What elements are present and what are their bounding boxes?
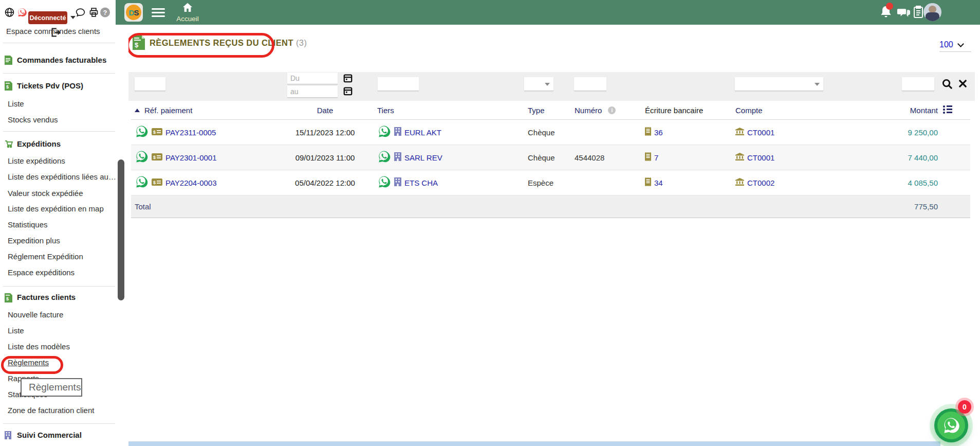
page-title: RÈGLEMENTS REÇUS DU CLIENT(3) bbox=[150, 38, 307, 48]
column-settings-icon[interactable] bbox=[943, 105, 952, 115]
print-icon[interactable] bbox=[88, 7, 99, 18]
filter-montant-input[interactable] bbox=[902, 77, 934, 91]
payment-amount: 4 085,50 bbox=[908, 179, 938, 187]
whatsapp-icon[interactable] bbox=[377, 150, 391, 165]
filter-bar bbox=[128, 72, 975, 101]
sidebar-item-espace-commandes[interactable]: Espace commandes clients bbox=[6, 29, 109, 35]
bank-account-icon bbox=[735, 128, 744, 137]
payment-ref-link[interactable]: PAY2204-0003 bbox=[165, 179, 217, 187]
payment-badge-icon: $ bbox=[152, 179, 162, 187]
sidebar-header-expeditions[interactable]: Expéditions bbox=[17, 139, 61, 148]
messages-icon[interactable] bbox=[896, 7, 910, 20]
invoice-doc-icon: $ bbox=[5, 293, 13, 302]
sidebar-item-expedition-plus[interactable]: Expedition plus bbox=[8, 236, 60, 245]
sidebar-header-commandes-facturables[interactable]: Commandes facturables bbox=[17, 56, 106, 64]
sidebar-header-factures-clients[interactable]: Factures clients bbox=[17, 293, 76, 301]
filter-tiers-input[interactable] bbox=[378, 77, 419, 91]
bank-account-link[interactable]: CT0001 bbox=[747, 153, 774, 162]
col-tiers[interactable]: Tiers bbox=[377, 106, 394, 115]
whatsapp-status-icon[interactable] bbox=[17, 7, 27, 17]
filter-date-from-input[interactable] bbox=[287, 73, 338, 84]
col-numero[interactable]: Numéro bbox=[575, 106, 602, 115]
sidebar-header-tickets-pdv[interactable]: Tickets Pdv (POS) bbox=[17, 81, 83, 90]
payment-ref-link[interactable]: PAY2301-0001 bbox=[165, 153, 217, 162]
sidebar-header-suivi-commercial[interactable]: Suivi Commercial bbox=[17, 431, 82, 439]
sidebar-item-liste-factures[interactable]: Liste bbox=[8, 326, 24, 335]
globe-icon[interactable] bbox=[4, 7, 15, 18]
calendar-from-icon[interactable] bbox=[343, 73, 353, 84]
filter-type-select[interactable] bbox=[524, 77, 553, 91]
top-left-toolbar: Déconnecté ? bbox=[0, 0, 116, 25]
top-navbar: DS Accueil bbox=[116, 0, 980, 25]
filter-numero-input[interactable] bbox=[574, 77, 606, 91]
payment-type: Chèque bbox=[528, 128, 555, 137]
sidebar-item-reglements[interactable]: Règlements bbox=[8, 358, 49, 367]
info-icon[interactable]: i bbox=[608, 106, 616, 114]
chevron-down-icon bbox=[957, 41, 964, 47]
user-avatar[interactable] bbox=[923, 3, 941, 21]
chat-bubble-icon[interactable] bbox=[75, 7, 86, 18]
bank-entry-link[interactable]: 34 bbox=[654, 179, 663, 187]
tiers-link[interactable]: ETS CHA bbox=[404, 179, 438, 187]
calendar-to-icon[interactable] bbox=[343, 86, 353, 97]
whatsapp-fab[interactable]: 0 bbox=[934, 408, 968, 442]
sidebar-item-liste-modeles[interactable]: Liste des modèles bbox=[8, 342, 70, 351]
col-montant[interactable]: Montant bbox=[910, 106, 938, 115]
page-size-select[interactable]: 100 bbox=[939, 40, 971, 52]
clear-filters-icon[interactable] bbox=[958, 79, 968, 90]
whatsapp-icon[interactable] bbox=[377, 124, 391, 140]
pos-ticket-icon: $ bbox=[5, 81, 13, 91]
horizontal-scrollbar[interactable] bbox=[128, 441, 940, 446]
clipboard-icon[interactable] bbox=[913, 6, 923, 20]
bank-account-link[interactable]: CT0001 bbox=[747, 128, 774, 137]
help-icon[interactable]: ? bbox=[100, 8, 110, 17]
svg-text:$: $ bbox=[6, 84, 9, 90]
sidebar-item-nouvelle-facture[interactable]: Nouvelle facture bbox=[8, 310, 63, 319]
col-ref-paiement[interactable]: Réf. paiement bbox=[144, 106, 192, 115]
sidebar-item-liste-pos[interactable]: Liste bbox=[8, 99, 24, 108]
shipping-cart-icon bbox=[5, 140, 13, 149]
filter-ref-input[interactable] bbox=[135, 77, 165, 91]
payment-ref-link[interactable]: PAY2311-0005 bbox=[165, 128, 216, 137]
sidebar-item-reglement-expedition[interactable]: Réglement Expédition bbox=[8, 252, 83, 261]
sort-asc-icon[interactable] bbox=[135, 109, 140, 112]
col-date[interactable]: Date bbox=[317, 106, 334, 115]
filter-date-to-input[interactable] bbox=[287, 86, 338, 98]
bank-entry-link[interactable]: 36 bbox=[654, 128, 663, 137]
home-icon bbox=[182, 5, 193, 14]
total-amount: 775,50 bbox=[914, 202, 938, 211]
notification-dot bbox=[886, 3, 893, 10]
hamburger-menu-icon[interactable] bbox=[152, 8, 165, 17]
table-header-row: Réf. paiement Date Tiers Type Numéroi Éc… bbox=[131, 101, 970, 120]
sidebar-item-stocks-vendus[interactable]: Stocks vendus bbox=[8, 115, 58, 124]
sidebar-item-espace-expeditions[interactable]: Espace expéditions bbox=[8, 268, 75, 277]
filter-compte-select[interactable] bbox=[735, 77, 823, 91]
col-compte[interactable]: Compte bbox=[735, 106, 763, 115]
tiers-link[interactable]: EURL AKT bbox=[404, 128, 441, 137]
app-logo[interactable]: DS bbox=[124, 3, 143, 22]
whatsapp-icon[interactable] bbox=[377, 175, 391, 190]
company-icon bbox=[394, 152, 401, 163]
whatsapp-icon[interactable] bbox=[135, 175, 149, 190]
bank-entry-link[interactable]: 7 bbox=[654, 153, 658, 162]
page-size-value: 100 bbox=[939, 40, 953, 49]
col-ecriture-bancaire[interactable]: Écriture bancaire bbox=[645, 106, 703, 115]
whatsapp-icon[interactable] bbox=[135, 124, 149, 140]
whatsapp-icon[interactable] bbox=[135, 150, 149, 165]
main-content: $ RÈGLEMENTS REÇUS DU CLIENT(3) 100 bbox=[128, 25, 980, 441]
sidebar-item-liste-expeditions[interactable]: Liste expéditions bbox=[8, 156, 65, 165]
col-type[interactable]: Type bbox=[528, 106, 545, 115]
disconnect-button[interactable]: Déconnecté bbox=[28, 11, 67, 24]
bank-account-icon bbox=[735, 178, 744, 187]
nav-home[interactable]: Accueil bbox=[167, 2, 208, 23]
notifications-bell-icon[interactable] bbox=[880, 5, 892, 20]
sidebar-item-valeur-stock[interactable]: Valeur stock expédiée bbox=[8, 189, 83, 198]
tiers-link[interactable]: SARL REV bbox=[404, 153, 442, 162]
sidebar-item-statistiques-exp[interactable]: Statistiques bbox=[8, 220, 48, 229]
sidebar-scrollbar-thumb[interactable] bbox=[118, 159, 124, 300]
sidebar-item-expeditions-liees[interactable]: Liste des expéditions liées au… bbox=[8, 172, 116, 181]
search-icon[interactable] bbox=[941, 78, 953, 92]
bank-account-link[interactable]: CT0002 bbox=[747, 179, 774, 187]
sidebar-item-expedition-map[interactable]: Liste des expédition en map bbox=[8, 204, 104, 213]
sidebar-item-zone-facturation[interactable]: Zone de facturation client bbox=[8, 406, 94, 415]
